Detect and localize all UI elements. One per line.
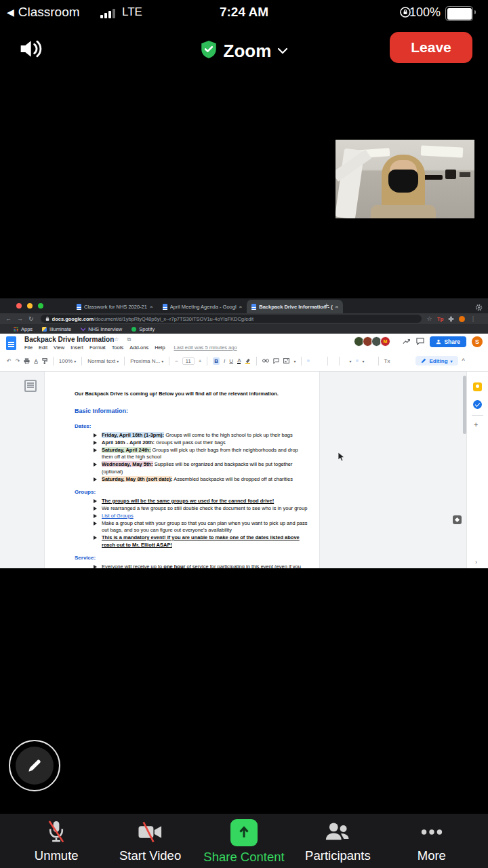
paint-format-icon[interactable] (42, 358, 47, 364)
new-tab-button[interactable]: + (324, 300, 329, 311)
meeting-controls-bar: Unmute Start Video Share Content Parti (0, 814, 488, 868)
document-title[interactable]: Backpack Drive Information (24, 336, 114, 343)
extension-badge-icon[interactable]: Tp (437, 316, 444, 322)
bulleted-list-button[interactable] (356, 359, 359, 362)
underline-button[interactable]: U (229, 358, 233, 364)
italic-button[interactable]: I (224, 358, 225, 364)
text-color-button[interactable]: A (237, 358, 241, 364)
redo-icon[interactable]: ↷ (16, 358, 20, 364)
pencil-icon (421, 358, 426, 363)
bookmark-nhs-innerview[interactable]: NHS Innerview (81, 326, 122, 332)
extensions-puzzle-icon[interactable] (448, 313, 454, 325)
status-bar: ◀ Classroom LTE 7:24 AM 100% (0, 0, 488, 26)
zoom-select[interactable]: 100%▾ (59, 358, 76, 364)
dates-list: Friday, April 16th (1-3pm): Groups will … (75, 432, 309, 484)
font-select[interactable]: Proxima N...▾ (130, 358, 163, 364)
spellcheck-icon[interactable]: A (34, 358, 37, 364)
font-size-increase[interactable]: + (199, 358, 202, 364)
add-comment-icon[interactable] (273, 358, 279, 364)
bookmark-star-icon[interactable]: ☆ (427, 315, 432, 322)
activity-trend-icon[interactable] (403, 336, 411, 348)
url-bar[interactable]: docs.google.com/document/d/1ybpRtyQ48p6y… (41, 315, 422, 323)
font-size-value[interactable]: 11 (182, 357, 195, 365)
clear-formatting-button[interactable]: Tx (384, 358, 390, 364)
window-close-button[interactable] (16, 303, 22, 309)
browser-tab-classwork[interactable]: Classwork for NHS 2020-21 × (72, 300, 158, 313)
align-left-button[interactable] (307, 359, 310, 362)
list-item: April 16th - April 20th: Groups will pas… (94, 439, 309, 447)
side-panel-collapse-icon[interactable]: › (475, 559, 477, 566)
tasks-icon[interactable] (473, 400, 482, 409)
explore-button[interactable] (453, 515, 462, 524)
undo-icon[interactable]: ↶ (7, 358, 12, 364)
annotate-button[interactable] (9, 740, 60, 791)
gear-icon[interactable] (475, 302, 483, 314)
more-dots-icon (418, 819, 445, 845)
tab-close-icon[interactable]: × (150, 304, 153, 310)
paragraph-style-select[interactable]: Normal text▾ (87, 358, 119, 364)
tab-close-icon[interactable]: × (336, 304, 339, 310)
menu-help[interactable]: Help (155, 344, 165, 351)
bookmark-spotify[interactable]: Spotify (131, 326, 155, 332)
browser-menu-kebab-icon[interactable]: ⋮ (470, 315, 476, 322)
face-mask (388, 170, 418, 193)
more-button[interactable]: More (385, 814, 479, 868)
menu-insert[interactable]: Insert (70, 344, 83, 351)
star-and-folder-icons[interactable]: ☆ ⧉ (114, 336, 134, 343)
start-video-button[interactable]: Start Video (103, 814, 197, 868)
browser-profile-avatar[interactable] (459, 316, 465, 322)
insert-image-icon[interactable] (283, 358, 289, 363)
bookmarks-bar: Apps Illuminate NHS Innerview Spotify (0, 324, 488, 334)
participants-button[interactable]: Participants (291, 814, 384, 868)
avatar[interactable]: M (380, 336, 390, 347)
print-icon[interactable] (24, 358, 30, 364)
toolbar-collapse-button[interactable]: ^ (462, 357, 465, 364)
share-content-button[interactable]: Share Content (197, 814, 291, 868)
browser-back-icon[interactable]: ← (5, 315, 12, 322)
list-of-groups-link[interactable]: List of Groups (102, 513, 309, 520)
menu-file[interactable]: File (24, 344, 33, 351)
menu-view[interactable]: View (54, 344, 64, 351)
bold-button[interactable]: B (213, 357, 220, 365)
keep-icon[interactable] (473, 382, 482, 391)
comments-icon[interactable] (416, 336, 424, 348)
last-edit-link[interactable]: Last edit was 5 minutes ago (174, 344, 237, 351)
highlight-color-button[interactable] (245, 358, 251, 364)
document-canvas: Our Backpack Drive is coming up! Below y… (0, 372, 488, 568)
editing-mode-select[interactable]: Editing ▾ (415, 356, 458, 366)
bookmark-apps[interactable]: Apps (14, 326, 33, 332)
leave-button[interactable]: Leave (390, 32, 472, 63)
document-text: Our Backpack Drive is coming up! Below y… (75, 391, 309, 568)
account-avatar[interactable]: S (472, 336, 483, 347)
menu-format[interactable]: Format (89, 344, 106, 351)
document-outline-icon[interactable] (24, 380, 37, 392)
menu-addons[interactable]: Add-ons (129, 344, 148, 351)
browser-tab-agenda[interactable]: April Meeting Agenda - Googl × (158, 300, 247, 313)
font-size-decrease[interactable]: − (175, 358, 178, 364)
security-shield-icon (200, 40, 218, 62)
browser-reload-icon[interactable]: ↻ (28, 315, 34, 322)
window-minimize-button[interactable] (27, 303, 33, 309)
tab-close-icon[interactable]: × (239, 304, 243, 310)
share-button[interactable]: Share (430, 336, 466, 347)
list-item: Wednesday, May 5th: Supplies will be org… (94, 461, 309, 475)
bookmark-illuminate[interactable]: Illuminate (42, 326, 71, 332)
menu-edit[interactable]: Edit (39, 344, 47, 351)
list-item: We rearranged a few groups so still doub… (94, 505, 309, 513)
mouse-cursor (338, 452, 345, 465)
docs-header: Backpack Drive Information ☆ ⧉ File Edit… (0, 334, 488, 353)
window-zoom-button[interactable] (38, 303, 43, 309)
doc-heading-groups: Groups: (75, 489, 309, 496)
menu-tools[interactable]: Tools (112, 344, 124, 351)
collaborator-avatars: M (355, 336, 390, 347)
addons-plus-button[interactable]: + (474, 420, 478, 429)
tab-favicon (163, 304, 167, 310)
browser-forward-icon[interactable]: → (17, 315, 23, 322)
participant-video-tile[interactable] (336, 83, 474, 268)
participants-icon (324, 819, 351, 845)
list-item: The groups will be the same groups we us… (94, 498, 309, 505)
unmute-button[interactable]: Unmute (9, 814, 103, 868)
https-lock-icon (45, 316, 49, 321)
doc-heading-dates: Dates: (75, 423, 309, 431)
insert-link-icon[interactable] (262, 359, 269, 363)
